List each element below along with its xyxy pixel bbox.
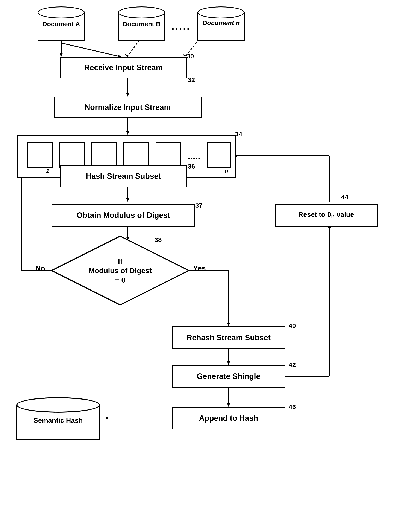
ref-44: 44	[341, 193, 348, 201]
ref-40: 40	[289, 322, 296, 329]
svg-marker-29	[227, 403, 230, 407]
svg-marker-22	[227, 323, 230, 326]
rehash-stream-label: Rehash Stream Subset	[186, 333, 271, 342]
svg-marker-3	[60, 53, 63, 57]
document-a-cylinder: Document A	[33, 7, 89, 41]
yes-label: Yes	[193, 264, 206, 272]
svg-marker-13	[126, 131, 129, 135]
doc-n-label: Document n	[198, 19, 245, 27]
semantic-hash-label: Semantic Hash	[16, 417, 100, 425]
ref-36: 36	[188, 163, 195, 170]
normalize-input-label: Normalize Input Stream	[85, 103, 171, 112]
token-4	[123, 142, 149, 168]
sub-1: 1	[46, 168, 49, 174]
diamond-container: IfModulus of Digest= 0	[52, 236, 189, 305]
stream-dots: .....	[188, 151, 200, 161]
obtain-modulus-box: Obtain Modulus of Digest	[52, 204, 195, 226]
document-b-cylinder: Document B	[114, 7, 169, 41]
append-hash-box: Append to Hash	[172, 407, 285, 429]
receive-input-box: Receive Input Stream	[60, 57, 187, 78]
token-1	[27, 142, 52, 168]
rehash-stream-box: Rehash Stream Subset	[172, 326, 285, 349]
ref-37: 37	[195, 202, 202, 209]
svg-marker-31	[105, 417, 108, 419]
dots-label: .....	[172, 22, 191, 32]
svg-marker-11	[126, 93, 129, 97]
document-n-cylinder: Document n	[193, 7, 249, 41]
append-hash-label: Append to Hash	[199, 413, 258, 423]
token-5	[155, 142, 181, 168]
flowchart-diagram: Document A Document B ..... Document n 3…	[0, 0, 420, 508]
obtain-modulus-label: Obtain Modulus of Digest	[77, 211, 170, 220]
doc-a-label: Document A	[37, 20, 85, 28]
svg-marker-5	[60, 54, 63, 57]
hash-stream-box: Hash Stream Subset	[60, 165, 187, 187]
receive-input-label: Receive Input Stream	[84, 63, 163, 72]
ref-30: 30	[187, 52, 194, 60]
svg-marker-17	[126, 198, 129, 202]
semantic-hash-cylinder: Semantic Hash	[12, 397, 104, 440]
generate-shingle-box: Generate Shingle	[172, 365, 285, 388]
token-n	[207, 142, 231, 168]
sub-n: n	[225, 168, 228, 174]
doc-b-label: Document B	[118, 20, 165, 28]
svg-marker-9	[182, 54, 186, 57]
svg-marker-27	[227, 361, 230, 365]
token-3	[91, 142, 117, 168]
ref-32: 32	[188, 76, 195, 83]
ref-42: 42	[289, 361, 296, 368]
generate-shingle-label: Generate Shingle	[197, 372, 260, 381]
ref-46: 46	[289, 403, 296, 411]
hash-stream-label: Hash Stream Subset	[86, 172, 161, 181]
reset-label: Reset to 0n value	[298, 210, 354, 220]
reset-box: Reset to 0n value	[275, 204, 378, 226]
diamond-text: IfModulus of Digest= 0	[89, 256, 152, 285]
token-2	[59, 142, 85, 168]
ref-34: 34	[235, 131, 242, 138]
svg-line-0	[61, 43, 121, 57]
no-label: No	[35, 264, 45, 272]
normalize-input-box: Normalize Input Stream	[54, 97, 202, 118]
svg-marker-7	[125, 54, 128, 57]
